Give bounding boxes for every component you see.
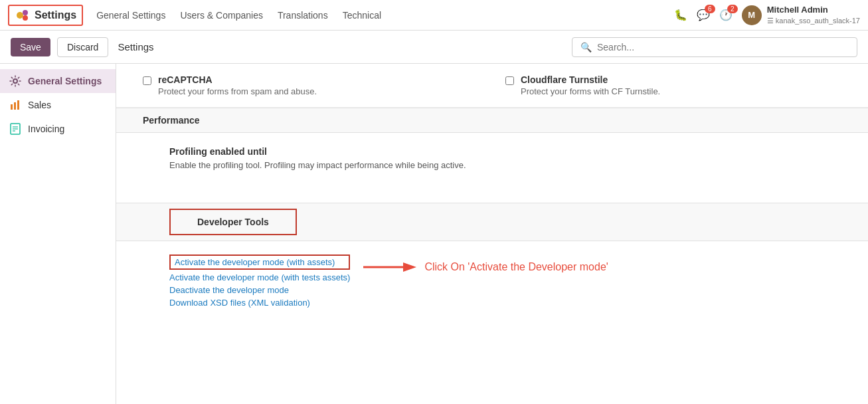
profiling-desc: Enable the profiling tool. Profiling may…	[169, 159, 501, 172]
download-xsd-link[interactable]: Download XSD files (XML validation)	[169, 298, 350, 308]
sidebar-item-invoicing[interactable]: Invoicing	[0, 117, 116, 141]
brand-title: Settings	[35, 9, 76, 21]
bug-icon: 🐛	[674, 9, 687, 21]
svg-rect-6	[17, 100, 19, 110]
performance-body: Profiling enabled until Enable the profi…	[116, 133, 868, 196]
search-icon: 🔍	[580, 42, 592, 52]
activity-btn[interactable]: 🕐 2	[719, 9, 733, 21]
cloudflare-desc: Protect your forms with CF Turnstile.	[521, 86, 660, 96]
sidebar-label-invoicing: Invoicing	[28, 124, 64, 134]
profiling-setting: Profiling enabled until Enable the profi…	[169, 146, 815, 172]
dev-links-list: Activate the developer mode (with assets…	[169, 254, 350, 308]
nav-general-settings[interactable]: General Settings	[96, 10, 165, 21]
dev-tools-header-wrap: Developer Tools	[116, 203, 868, 241]
sidebar-item-general-settings[interactable]: General Settings	[0, 69, 116, 93]
sidebar-item-sales[interactable]: Sales	[0, 93, 116, 117]
sales-icon	[9, 99, 21, 111]
user-text: Mitchell Admin ☰ kanak_sso_auth_slack-17	[767, 5, 860, 25]
cloudflare-checkbox[interactable]	[505, 76, 514, 85]
invoice-icon	[9, 123, 21, 135]
captcha-section: reCAPTCHA Protect your forms from spam a…	[116, 64, 868, 108]
developer-tools-header: Developer Tools	[169, 209, 297, 235]
activate-assets-link[interactable]: Activate the developer mode (with assets…	[169, 254, 350, 270]
nav-users-companies[interactable]: Users & Companies	[180, 10, 263, 21]
avatar-initials: M	[748, 10, 755, 20]
recaptcha-label: reCAPTCHA	[158, 74, 317, 85]
sidebar-label-sales: Sales	[28, 100, 51, 110]
user-menu[interactable]: M Mitchell Admin ☰ kanak_sso_auth_slack-…	[742, 5, 860, 25]
messages-badge: 6	[705, 5, 715, 13]
svg-marker-12	[403, 262, 416, 272]
discard-button[interactable]: Discard	[57, 37, 108, 57]
svg-point-2	[23, 15, 28, 21]
developer-tools-body: Activate the developer mode (with assets…	[116, 241, 868, 321]
gear-icon	[9, 75, 21, 87]
save-button[interactable]: Save	[11, 38, 50, 56]
svg-point-3	[13, 79, 17, 83]
activate-tests-link[interactable]: Activate the developer mode (with tests …	[169, 272, 350, 282]
top-navigation: Settings General Settings Users & Compan…	[0, 0, 868, 31]
svg-point-0	[17, 12, 23, 19]
toolbar-title: Settings	[118, 41, 153, 52]
toolbar: Save Discard Settings 🔍	[0, 31, 868, 64]
search-input[interactable]	[597, 42, 849, 52]
recaptcha-desc: Protect your forms from spam and abuse.	[158, 86, 317, 96]
company-icon: ☰	[767, 17, 774, 25]
sidebar-label-general: General Settings	[28, 76, 102, 86]
nav-technical[interactable]: Technical	[343, 10, 381, 21]
red-arrow-icon	[363, 257, 416, 277]
recaptcha-checkbox[interactable]	[143, 76, 151, 85]
annotation-text: Click On 'Activate the Developer mode'	[424, 261, 608, 273]
svg-point-1	[23, 10, 28, 15]
performance-section: Performance Profiling enabled until Enab…	[116, 108, 868, 196]
sidebar: General Settings Sales Invoicing	[0, 64, 116, 404]
main-content: reCAPTCHA Protect your forms from spam a…	[116, 64, 868, 404]
svg-rect-4	[11, 104, 13, 110]
main-layout: General Settings Sales Invoicing	[0, 64, 868, 404]
profiling-label: Profiling enabled until	[169, 146, 815, 157]
brand-logo[interactable]: Settings	[8, 5, 83, 26]
messages-btn[interactable]: 💬 6	[697, 9, 710, 21]
cloudflare-item: Cloudflare Turnstile Protect your forms …	[505, 74, 841, 96]
search-bar: 🔍	[572, 37, 857, 57]
developer-tools-section: Developer Tools Activate the developer m…	[116, 203, 868, 321]
avatar: M	[742, 5, 762, 25]
annotation-area: Click On 'Activate the Developer mode'	[363, 257, 608, 277]
recaptcha-item: reCAPTCHA Protect your forms from spam a…	[143, 74, 479, 96]
performance-header: Performance	[116, 108, 868, 133]
deactivate-link[interactable]: Deactivate the developer mode	[169, 285, 350, 295]
user-company: ☰ kanak_sso_auth_slack-17	[767, 16, 860, 25]
svg-rect-5	[14, 102, 16, 110]
cloudflare-label: Cloudflare Turnstile	[521, 74, 660, 85]
nav-links: General Settings Users & Companies Trans…	[96, 10, 661, 21]
user-name: Mitchell Admin	[767, 5, 860, 16]
odoo-icon	[15, 7, 31, 23]
nav-right-area: 🐛 💬 6 🕐 2 M Mitchell Admin ☰ kanak_sso_a…	[674, 5, 860, 25]
activity-badge: 2	[727, 5, 738, 13]
debug-icon-btn[interactable]: 🐛	[674, 9, 687, 21]
nav-translations[interactable]: Translations	[278, 10, 328, 21]
